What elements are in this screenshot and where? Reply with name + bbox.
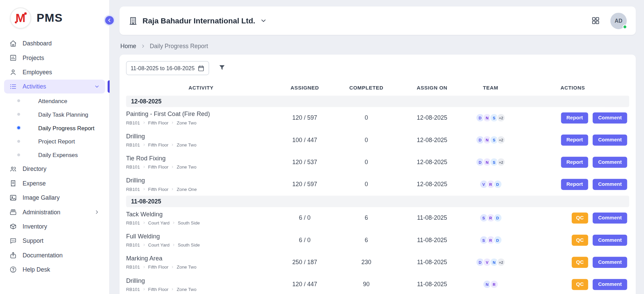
sidebar-item-administration[interactable]: Administration (4, 205, 105, 219)
comment-button[interactable]: Comment (593, 179, 627, 190)
activity-cell: DrillingRB101Fifth FloorZone Two (126, 274, 276, 294)
dashboard-icon (10, 40, 17, 47)
assigned-cell: 6 / 0 (276, 207, 333, 229)
inventory-icon (10, 223, 17, 230)
sidebar-item-employees[interactable]: Employees (4, 65, 105, 79)
path-separator-icon (171, 266, 174, 269)
app-logo[interactable]: M PMS (0, 0, 109, 35)
bullet-dot-icon (17, 140, 20, 143)
path-separator-icon (172, 221, 176, 224)
path-segment: Zone Two (177, 120, 196, 125)
path-separator-icon (171, 165, 174, 169)
report-button[interactable]: Report (561, 134, 588, 145)
qc-button[interactable]: QC (572, 257, 588, 268)
filter-row: 11-08-2025 to 16-08-2025 (126, 61, 629, 75)
activity-row: DrillingRB101Fifth FloorZone Two120 / 44… (126, 274, 629, 294)
comment-button[interactable]: Comment (593, 157, 627, 168)
qc-button[interactable]: QC (572, 279, 588, 290)
sidebar-item-projects[interactable]: Projects (4, 51, 105, 65)
sidebar-subitem-project-report[interactable]: Project Report (0, 135, 109, 148)
comment-button[interactable]: Comment (593, 212, 627, 223)
group-row: 12-08-2025 (126, 96, 629, 107)
topbar: Raja Bahadur International Ltd. AD (119, 6, 636, 35)
path-segment: RB101 (126, 242, 140, 248)
bullet-dot-icon (17, 153, 20, 156)
company-selector[interactable]: Raja Bahadur International Ltd. (129, 16, 267, 25)
team-avatars: DVN+2 (465, 258, 516, 267)
team-avatars: SRD (465, 213, 516, 222)
comment-button[interactable]: Comment (593, 134, 627, 145)
sidebar-item-activities[interactable]: Activities (4, 80, 105, 94)
bullet-dot-icon (17, 126, 20, 129)
app-root: M PMS DashboardProjectsEmployeesActiviti… (0, 0, 644, 294)
sidebar-item-help-desk[interactable]: Help Desk (4, 262, 105, 276)
activity-location-path: RB101Fifth FloorZone Two (126, 264, 276, 270)
sidebar-subitem-daily-expenses[interactable]: Daily Expenses (0, 148, 109, 162)
qc-button[interactable]: QC (572, 212, 588, 223)
sidebar-item-image-gallary[interactable]: Image Gallary (4, 191, 105, 205)
activity-cell: Marking AreaRB101Fifth FloorZone Two (126, 252, 276, 274)
path-separator-icon (142, 288, 146, 291)
main-area: Raja Bahadur International Ltd. AD Home … (110, 0, 644, 294)
sidebar-item-label: Dashboard (23, 40, 52, 47)
topbar-right: AD (591, 13, 627, 29)
sidebar-item-documentation[interactable]: Documentation (4, 248, 105, 262)
path-segment: Zone One (177, 187, 197, 192)
sidebar-subitem-daily-progress-report[interactable]: Daily Progress Report (0, 121, 109, 135)
actions-cell: QCComment (516, 252, 629, 274)
sidebar-subitem-label: Daily Progress Report (38, 124, 95, 131)
user-avatar[interactable]: AD (610, 13, 627, 29)
sidebar-item-support[interactable]: Support (4, 234, 105, 248)
breadcrumb-home[interactable]: Home (120, 43, 136, 49)
assigned-cell: 6 / 0 (276, 229, 333, 251)
activity-row: Tack WeldingRB101Court YardSouth Side6 /… (126, 207, 629, 229)
comment-button[interactable]: Comment (593, 257, 627, 268)
avatar-initials: AD (615, 18, 623, 24)
comment-button[interactable]: Comment (593, 234, 627, 246)
activity-location-path: RB101Fifth FloorZone Two (126, 164, 276, 170)
sidebar-subitem-label: Attendance (38, 97, 68, 104)
path-segment: Fifth Floor (148, 164, 168, 170)
sidebar-item-label: Directory (23, 166, 47, 172)
sidebar: M PMS DashboardProjectsEmployeesActiviti… (0, 0, 110, 294)
date-range-input[interactable]: 11-08-2025 to 16-08-2025 (126, 61, 209, 75)
apps-grid-button[interactable] (591, 16, 601, 26)
sidebar-subitem-attendance[interactable]: Attendance (0, 94, 109, 107)
column-header-actions: ACTIONS (516, 81, 629, 96)
activity-location-path: RB101Court YardSouth Side (126, 220, 276, 226)
path-separator-icon (142, 243, 146, 247)
sidebar-item-label: Expense (23, 180, 46, 187)
activity-location-path: RB101Fifth FloorZone Two (126, 120, 276, 125)
employees-icon (10, 68, 17, 76)
actions: QCComment (516, 279, 629, 290)
comment-button[interactable]: Comment (593, 112, 627, 123)
activity-location-path: RB101Fifth FloorZone Two (126, 287, 276, 292)
company-name: Raja Bahadur International Ltd. (143, 16, 255, 25)
report-button[interactable]: Report (561, 179, 588, 190)
activity-location-path: RB101Fifth FloorZone One (126, 187, 276, 192)
sidebar-collapse-button[interactable] (104, 15, 115, 26)
chevron-right-icon (140, 43, 146, 49)
path-separator-icon (171, 143, 174, 146)
team-cell: SRD (465, 207, 516, 229)
sidebar-item-dashboard[interactable]: Dashboard (4, 37, 105, 51)
sidebar-item-expense[interactable]: Expense (4, 176, 105, 190)
team-overflow-badge: +2 (497, 113, 506, 122)
building-icon (129, 16, 138, 25)
sidebar-subitem-daily-task-planning[interactable]: Daily Task Planning (0, 107, 109, 121)
actions: ReportComment (516, 157, 629, 168)
sidebar-item-directory[interactable]: Directory (4, 162, 105, 176)
qc-button[interactable]: QC (572, 234, 588, 246)
sidebar-item-inventory[interactable]: Inventory (4, 219, 105, 233)
filter-button[interactable] (218, 64, 226, 73)
activity-row: DrillingRB101Fifth FloorZone Two100 / 44… (126, 129, 629, 151)
activity-row: Full WeldingRB101Court YardSouth Side6 /… (126, 229, 629, 251)
assign-on-cell: 12-08-2025 (399, 174, 465, 196)
assigned-cell: 120 / 447 (276, 274, 333, 294)
activity-title: Marking Area (126, 255, 276, 262)
sidebar-subitem-label: Daily Expenses (38, 152, 78, 158)
image-gallary-icon (10, 194, 17, 201)
report-button[interactable]: Report (561, 112, 588, 123)
report-button[interactable]: Report (561, 157, 588, 168)
comment-button[interactable]: Comment (593, 279, 627, 290)
